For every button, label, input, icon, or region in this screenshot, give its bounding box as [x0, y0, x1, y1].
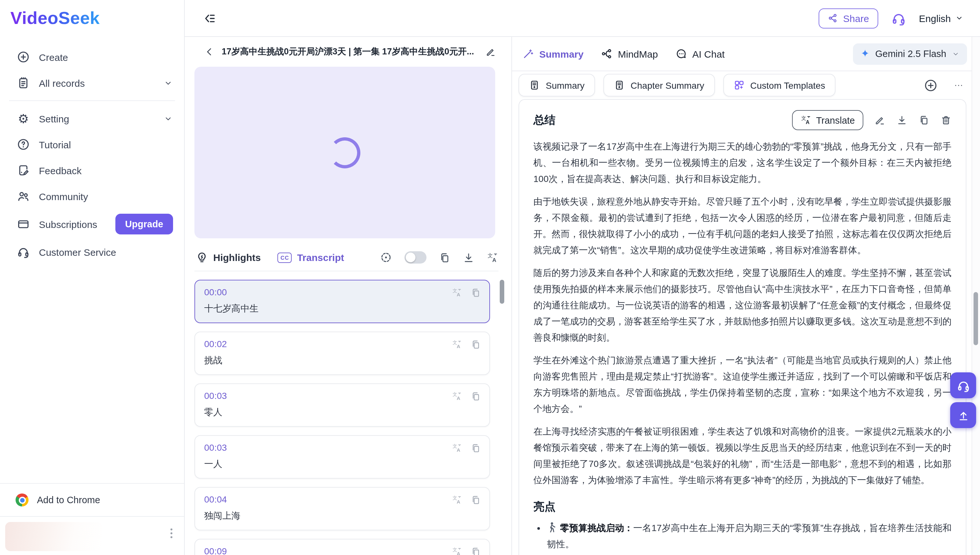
transcript-text: 挑战 — [204, 355, 480, 367]
transcript-timestamp[interactable]: 00:02 — [204, 339, 480, 349]
videoseek-logo: VideoSeek — [10, 8, 100, 29]
svg-text:A: A — [457, 395, 460, 401]
chevron-down-icon — [164, 79, 172, 87]
translate-icon[interactable]: 文A — [452, 339, 462, 350]
copy-icon[interactable] — [471, 443, 481, 453]
transcript-row[interactable]: 00:02 文A 挑战 — [195, 332, 490, 375]
svg-text:A: A — [457, 343, 460, 349]
main-area: Share English 17岁高中生挑战0元开局沪漂3天 | 第一集 17岁… — [185, 0, 980, 555]
autoscroll-toggle[interactable] — [404, 251, 426, 263]
copy-icon[interactable] — [439, 252, 451, 263]
translate-icon[interactable]: 文A — [452, 287, 462, 298]
chevron-down-icon — [955, 14, 963, 22]
collapse-sidebar-icon[interactable] — [203, 11, 216, 25]
transcript-timestamp[interactable]: 00:04 — [204, 494, 480, 504]
scroll-to-top-button[interactable] — [950, 402, 976, 428]
download-icon[interactable] — [463, 252, 475, 263]
summary-template-button[interactable]: Summary — [518, 74, 595, 96]
language-selector[interactable]: English — [919, 13, 963, 24]
custom-templates-button[interactable]: Custom Templates — [723, 74, 835, 96]
transcript-row[interactable]: 00:09 文A — [195, 539, 490, 555]
button-label: Summary — [546, 80, 585, 90]
sidebar-item-label: Setting — [39, 113, 69, 124]
add-template-icon[interactable] — [924, 79, 937, 91]
copy-icon[interactable] — [471, 287, 481, 298]
page-scrollbar-thumb[interactable] — [974, 292, 978, 345]
sidebar-item-community[interactable]: Community — [0, 183, 184, 209]
more-options-icon[interactable] — [953, 79, 964, 91]
tab-mindmap[interactable]: MindMap — [601, 48, 658, 59]
transcript-row[interactable]: 00:03 文A 零人 — [195, 383, 490, 427]
summary-paragraph: 由于地铁失误，旅程意外地从静安寺开始。尽管只睡了五个小时，没有吃早餐，学生立即尝… — [533, 194, 951, 258]
translate-button[interactable]: 文A Translate — [792, 110, 863, 130]
add-to-chrome-button[interactable]: Add to Chrome — [0, 484, 184, 516]
sidebar-item-customer-service[interactable]: Customer Service — [0, 239, 184, 265]
video-title: 17岁高中生挑战0元开局沪漂3天 | 第一集 17岁高中生挑战0元开... — [222, 46, 478, 58]
tab-ai-chat[interactable]: AI Chat — [675, 48, 725, 59]
edit-icon[interactable] — [874, 115, 885, 126]
locate-icon[interactable] — [380, 251, 392, 263]
video-player[interactable] — [195, 67, 495, 238]
sidebar-item-setting[interactable]: ⚙ Setting — [0, 106, 184, 132]
copy-icon[interactable] — [471, 495, 481, 505]
download-icon[interactable] — [896, 115, 908, 126]
sidebar-item-tutorial[interactable]: Tutorial — [0, 132, 184, 157]
copy-icon[interactable] — [471, 339, 481, 350]
support-headset-icon[interactable] — [891, 11, 906, 26]
document-icon — [614, 80, 625, 91]
transcript-row[interactable]: 00:00 文A 十七岁高中生 — [195, 280, 490, 323]
summary-paragraph: 随后的努力涉及来自各种个人和家庭的无数次拒绝，突显了说服陌生人的难度。学生坚持不… — [533, 265, 951, 346]
back-icon[interactable] — [204, 47, 214, 57]
button-label: Custom Templates — [750, 80, 825, 90]
tab-highlights[interactable]: Highlights — [196, 251, 261, 263]
copy-icon[interactable] — [471, 391, 481, 401]
profile-menu-icon[interactable] — [171, 528, 172, 538]
transcript-timestamp[interactable]: 00:03 — [204, 442, 480, 453]
transcript-timestamp[interactable]: 00:00 — [204, 287, 480, 297]
transcript-row[interactable]: 00:04 文A 独闯上海 — [195, 487, 490, 530]
floating-support-button[interactable] — [950, 372, 976, 398]
transcript-text: 零人 — [204, 407, 480, 419]
transcript-text: 十七岁高中生 — [204, 303, 480, 315]
transcript-row[interactable]: 00:03 文A 一人 — [195, 435, 490, 479]
edit-title-icon[interactable] — [486, 47, 496, 57]
summary-tab-bar: Summary MindMap AI Chat ✦ Gemini 2.5 Fla… — [512, 37, 980, 71]
model-selector[interactable]: ✦ Gemini 2.5 Flash — [853, 43, 967, 64]
tab-summary[interactable]: Summary — [522, 48, 584, 59]
sidebar-item-create[interactable]: Create — [0, 44, 184, 70]
sidebar-bottom: Add to Chrome — [0, 483, 184, 555]
translate-icon[interactable]: 文A — [452, 443, 462, 453]
feedback-doc-pen-icon — [17, 164, 30, 177]
summary-section-title: 总结 — [533, 113, 555, 128]
transcript-timestamp[interactable]: 00:09 — [204, 546, 480, 555]
translate-icon[interactable]: 文A — [452, 391, 462, 401]
tab-label: Summary — [539, 48, 584, 59]
bullet-label: 零预算挑战启动： — [560, 523, 633, 533]
sidebar-item-feedback[interactable]: Feedback — [0, 157, 184, 183]
summary-paragraph: 学生在外滩这个热门旅游景点遭遇了重大挫折，一名“执法者”（可能是当地官员或执行规… — [533, 352, 951, 417]
share-icon — [828, 13, 838, 23]
upgrade-button[interactable]: Upgrade — [115, 214, 173, 234]
copy-icon[interactable] — [919, 115, 929, 126]
translate-icon[interactable]: 文A — [452, 547, 462, 555]
svg-text:A: A — [457, 499, 460, 504]
transcript-toolbar: Highlights CC Transcript 文A — [195, 244, 499, 271]
chapter-summary-template-button[interactable]: Chapter Summary — [603, 74, 714, 96]
summary-card-header: 总结 文A Translate — [533, 110, 951, 130]
translate-icon: 文A — [800, 115, 811, 126]
transcript-timestamp[interactable]: 00:03 — [204, 390, 480, 401]
translate-icon[interactable]: 文A — [452, 495, 462, 505]
share-button[interactable]: Share — [819, 8, 878, 28]
delete-icon[interactable] — [940, 115, 951, 126]
credit-card-icon — [17, 218, 30, 231]
sidebar-item-all-records[interactable]: All records — [0, 70, 184, 96]
tab-label: Highlights — [213, 252, 261, 263]
translate-icon[interactable]: 文A — [487, 252, 499, 263]
copy-icon[interactable] — [471, 547, 481, 555]
sidebar-item-subscriptions[interactable]: Subscriptions Upgrade — [0, 209, 184, 239]
transcript-scrollbar[interactable] — [500, 280, 504, 304]
language-label: English — [919, 13, 951, 24]
add-to-chrome-label: Add to Chrome — [37, 495, 100, 505]
magic-wand-icon — [522, 48, 534, 59]
tab-transcript[interactable]: CC Transcript — [278, 252, 344, 263]
